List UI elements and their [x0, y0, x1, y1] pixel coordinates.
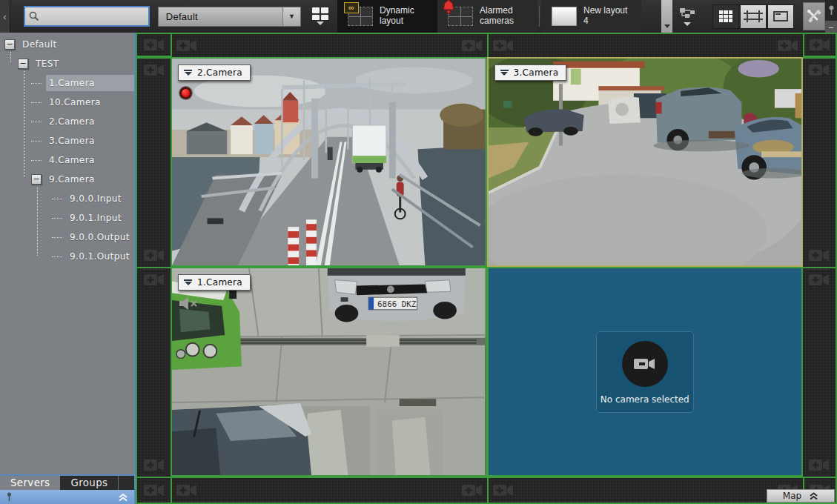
camera-feed-street-scene: 6866 DKZ [172, 268, 486, 475]
camera-title: 3.Camera [514, 67, 559, 78]
alarmed-cameras-icon [448, 7, 473, 26]
add-camera-dropzone[interactable] [137, 267, 171, 477]
camera-tile-2[interactable]: 2.Camera [171, 57, 487, 267]
add-camera-icon [143, 62, 165, 78]
tree-item-9-camera[interactable]: −9.Camera [0, 170, 134, 189]
camera-placeholder-circle [622, 341, 668, 387]
tree-connector [52, 237, 62, 238]
sidebar-collapse-bar[interactable] [0, 490, 134, 504]
add-camera-dropzone[interactable] [487, 34, 804, 57]
no-camera-panel: No camera selected [596, 331, 694, 413]
tree-item-9-0-0-output[interactable]: 9.0.0.Output [0, 228, 134, 247]
camera-title: 2.Camera [197, 67, 242, 78]
sidebar-tab-servers[interactable]: Servers [0, 476, 60, 490]
add-camera-dropzone[interactable] [137, 57, 171, 267]
map-button[interactable]: Map [767, 489, 835, 503]
tree-item-label: 9.0.1.Output [67, 248, 134, 265]
add-camera-icon [143, 483, 165, 498]
body: −Default−TEST1.Camera10.Camera2.Camera3.… [0, 33, 837, 504]
camera-title-chip[interactable]: 3.Camera [494, 64, 567, 81]
tree-item-10-camera[interactable]: 10.Camera [0, 93, 134, 112]
add-camera-dropzone[interactable] [171, 34, 487, 57]
no-camera-message: No camera selected [601, 394, 689, 405]
tree-item-label: 3.Camera [46, 133, 134, 149]
pin-icon [6, 492, 13, 502]
search-box[interactable] [24, 6, 150, 27]
tree-item-9-0-1-output[interactable]: 9.0.1.Output [0, 247, 134, 266]
chip-menu-icon [184, 70, 192, 76]
tree-item-label: 9.0.0.Output [67, 229, 134, 245]
tree-item-default[interactable]: −Default [0, 35, 134, 54]
empty-camera-tile[interactable]: No camera selected [487, 267, 804, 477]
add-camera-icon [143, 37, 165, 53]
tree-expander-icon[interactable]: − [4, 39, 15, 50]
tree-connector [31, 83, 42, 84]
pin-icon[interactable] [825, 0, 837, 21]
add-camera-icon [143, 248, 165, 263]
grid-2x2-view-button[interactable] [740, 4, 767, 29]
add-camera-dropzone[interactable] [171, 477, 487, 503]
add-camera-dropzone[interactable] [803, 34, 836, 57]
pin-column: – [825, 0, 837, 33]
layouts-menu-button[interactable] [308, 1, 333, 31]
sidebar-tabs: ServersGroups [0, 474, 134, 490]
license-plate-text: 6866 DKZ [377, 299, 417, 309]
camera-title-chip[interactable]: 2.Camera [178, 64, 251, 81]
chip-menu-icon [500, 70, 509, 76]
tree-item-1-camera[interactable]: 1.Camera [0, 73, 134, 93]
layout-structure-button[interactable] [672, 0, 702, 33]
add-camera-dropzone[interactable] [803, 267, 836, 477]
tree-expander-icon[interactable]: − [18, 59, 28, 69]
tree-item-label: 10.Camera [46, 94, 134, 110]
layout-tab-dynamic-layout[interactable]: ∞Dynamic layout [337, 0, 437, 33]
grid-hash-icon [747, 10, 760, 22]
tree-item-9-0-1-input[interactable]: 9.0.1.Input [0, 208, 134, 228]
sidebar-tab-groups[interactable]: Groups [60, 476, 119, 490]
tree-guide [37, 187, 38, 256]
settings-tools-button[interactable] [803, 2, 825, 30]
tree-item-label: TEST [33, 56, 134, 72]
add-camera-icon [808, 272, 830, 288]
camera-title-chip[interactable]: 1.Camera [178, 274, 251, 291]
toolbar-right-cluster: – [661, 0, 837, 33]
camera-tile-1[interactable]: 6866 DKZ 1.Camera [171, 267, 487, 477]
tree-guide [24, 71, 24, 177]
add-camera-icon [143, 272, 165, 288]
single-view-button[interactable] [767, 4, 794, 29]
search-input[interactable] [40, 11, 145, 22]
tree-item-label: 4.Camera [46, 152, 134, 168]
minimize-button[interactable]: – [825, 21, 837, 33]
grid-3x3-view-button[interactable] [712, 4, 739, 29]
tree-connector [52, 256, 62, 257]
recording-indicator [179, 87, 192, 99]
view-mode-buttons [712, 4, 794, 29]
add-camera-dropzone[interactable] [137, 34, 171, 57]
tree-guide [10, 52, 11, 62]
tree-item-4-camera[interactable]: 4.Camera [0, 150, 134, 170]
add-camera-dropzone[interactable] [803, 57, 836, 267]
tree-item-test[interactable]: −TEST [0, 54, 134, 73]
layout-tab-label: Alarmed cameras [480, 6, 527, 27]
add-camera-icon [808, 457, 830, 473]
tree-item-label: 9.Camera [46, 171, 134, 188]
camera-icon [634, 357, 656, 371]
add-camera-icon [809, 37, 831, 53]
tree-item-9-0-0-input[interactable]: 9.0.0.Input [0, 189, 134, 208]
add-camera-dropzone[interactable] [137, 477, 171, 503]
layout-group-select[interactable]: Default ▼ [158, 7, 301, 27]
collapse-panel-button[interactable]: ‹ [0, 0, 10, 33]
camera-grid: 2.Camera [136, 33, 837, 504]
add-camera-dropzone[interactable] [487, 477, 804, 503]
org-chart-icon [679, 7, 695, 21]
tree-item-3-camera[interactable]: 3.Camera [0, 131, 134, 150]
chip-menu-icon [184, 279, 192, 285]
tabs-scroll-down-button[interactable] [661, 0, 672, 33]
tab-separator [539, 6, 540, 27]
tree-expander-icon[interactable]: − [31, 174, 42, 185]
layout-tab-alarmed-cameras[interactable]: Alarmed cameras [437, 0, 537, 33]
camera-tile-3[interactable]: 3.Camera [487, 57, 804, 267]
single-window-icon [773, 11, 788, 21]
add-camera-icon [492, 483, 515, 498]
tree-item-2-camera[interactable]: 2.Camera [0, 112, 134, 131]
layout-tab-new-layout-4[interactable]: New layout 4 [541, 0, 641, 33]
